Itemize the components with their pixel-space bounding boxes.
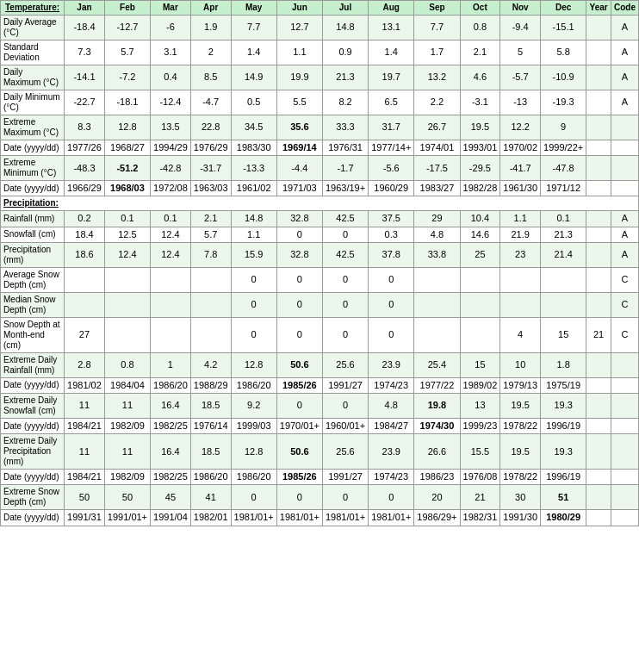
row-label: Date (yyyy/dd) [1, 470, 65, 485]
data-cell: 1971/03 [276, 181, 322, 196]
table-row: Precipitation: [1, 196, 639, 211]
data-cell: 7.7 [231, 16, 276, 40]
data-cell: 2.8 [65, 352, 105, 377]
data-cell: 1999/03 [231, 418, 276, 433]
data-cell [460, 267, 500, 292]
data-cell: 15.5 [460, 434, 500, 470]
data-cell: 25.4 [414, 352, 460, 377]
data-cell: 0 [322, 267, 368, 292]
data-cell: 50.6 [276, 352, 322, 377]
data-cell: 1985/26 [276, 377, 322, 393]
row-label: Extreme Minimum (°C) [1, 156, 65, 181]
data-cell: 1961/02 [231, 181, 276, 196]
data-cell: 0 [231, 267, 276, 292]
data-cell: 37.5 [369, 211, 414, 227]
temp-header: Temperature: [1, 1, 65, 16]
data-cell: 1983/30 [231, 140, 276, 156]
data-cell [586, 16, 611, 40]
data-cell [586, 90, 611, 115]
data-cell: 5.5 [276, 90, 322, 115]
data-cell: 33.8 [414, 242, 460, 267]
data-cell: 19.7 [369, 65, 414, 90]
data-cell: 18.5 [190, 434, 231, 470]
data-cell: 12.8 [104, 115, 150, 140]
data-cell: 0 [322, 393, 368, 418]
data-cell: 42.5 [322, 242, 368, 267]
data-cell: -4.7 [190, 90, 231, 115]
data-cell: 1981/01+ [369, 510, 414, 526]
data-cell: 18.5 [190, 393, 231, 418]
data-cell: 41 [190, 485, 231, 510]
data-cell: -10.9 [541, 65, 586, 90]
data-cell: 1.4 [369, 40, 414, 65]
row-label: Rainfall (mm) [1, 211, 65, 227]
data-cell: 13.1 [369, 16, 414, 40]
table-row: Date (yyyy/dd)1981/021984/041986/201988/… [1, 377, 639, 393]
data-cell: 0.8 [460, 16, 500, 40]
data-cell: C [611, 292, 638, 317]
table-row: Date (yyyy/dd)1991/311991/01+1991/041982… [1, 510, 639, 526]
row-label: Extreme Snow Depth (cm) [1, 485, 65, 510]
data-cell: 1985/26 [276, 470, 322, 485]
data-cell: 8.3 [65, 115, 105, 140]
data-cell: 0 [276, 485, 322, 510]
data-cell: -6 [151, 16, 191, 40]
data-cell [414, 267, 460, 292]
table-row: Snowfall (cm)18.412.512.45.71.1000.34.81… [1, 227, 639, 242]
data-cell: 1960/01+ [322, 418, 368, 433]
data-cell [104, 267, 150, 292]
col-jan: Jan [65, 1, 105, 16]
row-label: Daily Minimum (°C) [1, 90, 65, 115]
data-cell: 42.5 [322, 211, 368, 227]
data-cell [586, 156, 611, 181]
table-row: Extreme Daily Rainfall (mm)2.80.814.212.… [1, 352, 639, 377]
data-cell: 1984/21 [65, 470, 105, 485]
data-cell [586, 393, 611, 418]
data-cell: 0.2 [65, 211, 105, 227]
data-cell: 1991/30 [500, 510, 541, 526]
data-cell [611, 510, 638, 526]
data-cell: -15.1 [541, 16, 586, 40]
data-cell: 0 [322, 292, 368, 317]
data-cell: 1986/20 [151, 377, 191, 393]
data-cell [586, 211, 611, 227]
data-cell [500, 292, 541, 317]
data-cell: 0 [231, 485, 276, 510]
data-cell [460, 292, 500, 317]
data-cell [611, 377, 638, 393]
data-cell [151, 267, 191, 292]
row-label: Date (yyyy/dd) [1, 510, 65, 526]
data-cell: 0 [322, 227, 368, 242]
col-feb: Feb [104, 1, 150, 16]
table-row: Standard Deviation7.35.73.121.41.10.91.4… [1, 40, 639, 65]
data-cell: 23.9 [369, 434, 414, 470]
data-cell: -3.1 [460, 90, 500, 115]
data-cell: 0 [369, 267, 414, 292]
data-cell [586, 485, 611, 510]
data-cell: -5.6 [369, 156, 414, 181]
data-cell: 32.8 [276, 242, 322, 267]
data-cell: 2.1 [460, 40, 500, 65]
data-cell: 9.2 [231, 393, 276, 418]
data-cell: -47.8 [541, 156, 586, 181]
data-cell: 37.8 [369, 242, 414, 267]
data-cell: 1991/27 [322, 470, 368, 485]
data-cell: 19.8 [414, 393, 460, 418]
data-cell: 4.2 [190, 352, 231, 377]
data-cell: 1991/31 [65, 510, 105, 526]
data-cell: 5 [500, 40, 541, 65]
data-cell: 1982/31 [460, 510, 500, 526]
data-cell: 1991/27 [322, 377, 368, 393]
data-cell: 12.8 [231, 352, 276, 377]
data-cell: 0 [369, 317, 414, 352]
data-cell: 19.5 [460, 115, 500, 140]
data-cell: 1963/19+ [322, 181, 368, 196]
data-cell: 0.4 [151, 65, 191, 90]
data-cell: 4.6 [460, 65, 500, 90]
data-cell: -5.7 [500, 65, 541, 90]
col-nov: Nov [500, 1, 541, 16]
data-cell [586, 434, 611, 470]
row-label: Standard Deviation [1, 40, 65, 65]
data-cell: 2.1 [190, 211, 231, 227]
data-cell: -48.3 [65, 156, 105, 181]
